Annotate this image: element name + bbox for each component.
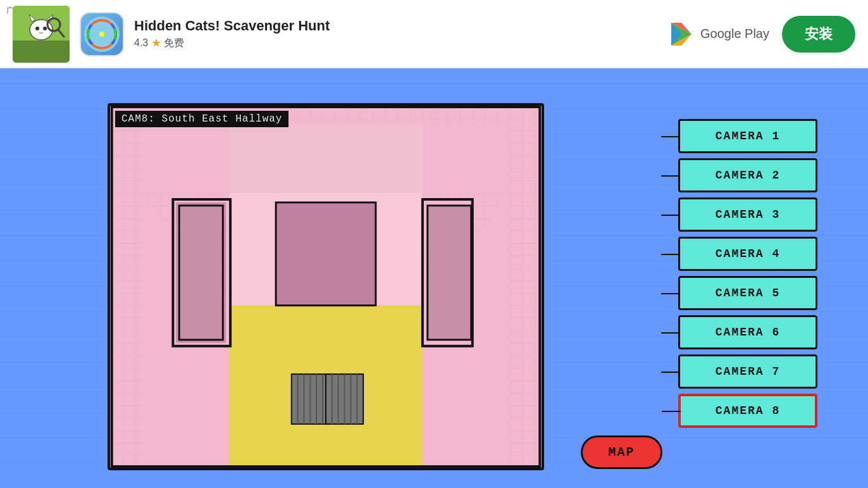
svg-point-13 bbox=[99, 32, 104, 37]
svg-point-6 bbox=[43, 27, 47, 30]
install-button[interactable]: 安装 bbox=[782, 16, 855, 53]
camera-5-button[interactable]: CAMERA 5 bbox=[678, 276, 817, 310]
camera-6-button[interactable]: CAMERA 6 bbox=[678, 315, 817, 349]
rating-value: 4.3 bbox=[134, 37, 148, 48]
camera-7-button[interactable]: CAMERA 7 bbox=[678, 354, 817, 389]
cam-label: CAM8: South East Hallway bbox=[115, 111, 288, 127]
camera-8-button[interactable]: CAMERA 8 bbox=[678, 394, 817, 428]
svg-marker-25 bbox=[423, 125, 510, 193]
hallway-scene bbox=[110, 106, 542, 468]
camera-2-button[interactable]: CAMERA 2 bbox=[678, 158, 817, 192]
ad-banner: 广告 Hidden Cats! Scavenger bbox=[0, 0, 868, 68]
app-icon bbox=[80, 12, 124, 56]
game-thumbnail bbox=[13, 6, 70, 63]
svg-rect-1 bbox=[13, 41, 70, 63]
ad-text: Hidden Cats! Scavenger Hunt 4.3 ★ 免费 bbox=[134, 18, 667, 50]
ad-price: 免费 bbox=[164, 37, 184, 48]
svg-point-5 bbox=[35, 27, 39, 30]
google-play-logo: Google Play bbox=[667, 20, 769, 48]
camera-1-button[interactable]: CAMERA 1 bbox=[678, 119, 817, 153]
star-icon: ★ bbox=[151, 37, 161, 48]
svg-rect-28 bbox=[179, 206, 223, 340]
map-button[interactable]: MAP bbox=[581, 435, 662, 469]
svg-marker-24 bbox=[142, 125, 229, 193]
google-play-area: Google Play bbox=[667, 20, 769, 48]
play-store-icon bbox=[667, 20, 695, 48]
svg-rect-32 bbox=[276, 203, 376, 306]
svg-marker-26 bbox=[229, 125, 423, 193]
svg-rect-30 bbox=[428, 206, 471, 340]
camera-3-button[interactable]: CAMERA 3 bbox=[678, 197, 817, 232]
game-area: CAM8: South East Hallway bbox=[0, 68, 868, 488]
google-play-label: Google Play bbox=[700, 27, 769, 41]
camera-buttons-panel: CAMERA 1CAMERA 2CAMERA 3CAMERA 4CAMERA 5… bbox=[678, 119, 817, 428]
ad-rating: 4.3 ★ 免费 bbox=[134, 37, 667, 50]
camera-4-button[interactable]: CAMERA 4 bbox=[678, 237, 817, 271]
ad-game-title: Hidden Cats! Scavenger Hunt bbox=[134, 18, 667, 34]
camera-view-panel: CAM8: South East Hallway bbox=[108, 103, 544, 470]
